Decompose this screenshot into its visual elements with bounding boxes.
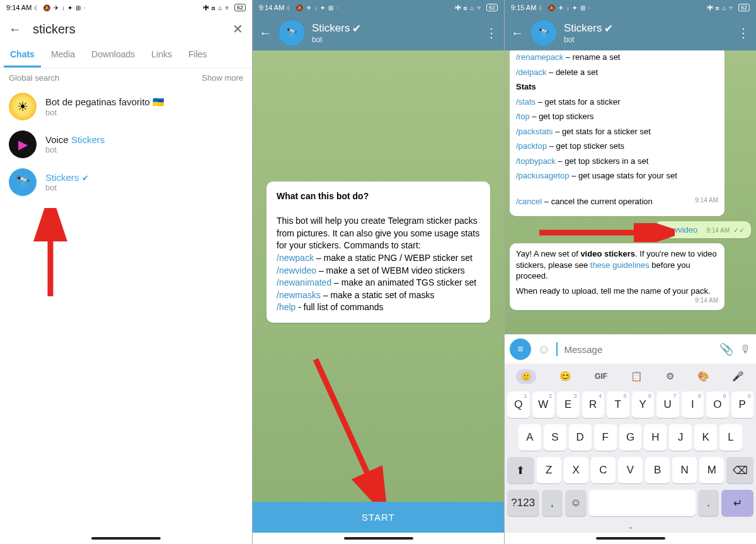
kbd-theme-icon[interactable]: 🎨 xyxy=(697,371,709,382)
key-u[interactable]: U7 xyxy=(656,391,679,418)
cmd-link[interactable]: /stats xyxy=(516,97,536,107)
menu-button[interactable]: ≡ xyxy=(510,339,531,360)
cmd-link[interactable]: /newmasks xyxy=(277,290,321,300)
screen-search: 9:14 AM ☾ 🔕 ✈ ↓ ✦ ⊞ · ✱ ⊠ ⌂ ᯤ 62 ← ✕ Cha… xyxy=(0,0,252,544)
back-icon[interactable]: ← xyxy=(9,22,21,37)
chat-header: ← 🔭 Stickers ✔ bot ⋮ xyxy=(253,15,504,50)
search-input[interactable] xyxy=(33,22,221,37)
avatar[interactable]: 🔭 xyxy=(531,20,556,45)
back-icon[interactable]: ← xyxy=(259,26,272,40)
cmd-link[interactable]: /newvideo xyxy=(277,265,316,275)
tab-media[interactable]: Media xyxy=(45,43,81,67)
clock: 9:15 AM xyxy=(511,4,536,11)
key-f[interactable]: F xyxy=(594,424,617,451)
start-button[interactable]: START xyxy=(253,502,504,533)
key-n[interactable]: N xyxy=(672,457,697,483)
svg-line-1 xyxy=(316,359,379,498)
key-r[interactable]: R4 xyxy=(582,391,605,418)
cmd-link[interactable]: /packtop xyxy=(516,141,547,151)
cmd-link[interactable]: /renamepack xyxy=(516,52,563,62)
key-o[interactable]: O9 xyxy=(706,391,729,418)
key-shift[interactable]: ⬆ xyxy=(507,457,534,483)
kbd-voice-icon[interactable]: 🎤 xyxy=(732,371,744,382)
key-m[interactable]: M xyxy=(699,457,724,483)
kbd-stickers-icon[interactable]: 🙂 xyxy=(516,369,536,384)
avatar[interactable]: 🔭 xyxy=(279,20,304,45)
chat-body[interactable]: /renamepack – rename a set /delpack – de… xyxy=(505,50,756,334)
key-v[interactable]: V xyxy=(618,457,643,483)
key-p[interactable]: P0 xyxy=(731,391,754,418)
annotation-arrow xyxy=(309,353,398,502)
nav-bar[interactable] xyxy=(505,533,756,544)
cmd-link[interactable]: /top xyxy=(516,112,530,121)
mic-icon[interactable]: 🎙 xyxy=(740,343,751,356)
back-icon[interactable]: ← xyxy=(511,26,524,40)
kbd-sticker-icon[interactable]: 😊 xyxy=(559,371,571,382)
cmd-link[interactable]: /packusagetop xyxy=(516,171,570,180)
message-input-bar: ≡ ☺ 📎 🎙 xyxy=(505,334,756,364)
key-emoji[interactable]: ☺ xyxy=(565,490,587,516)
key-b[interactable]: B xyxy=(645,457,670,483)
key-l[interactable]: L xyxy=(719,424,742,451)
verified-icon: ✔ xyxy=(604,22,613,35)
key-y[interactable]: Y6 xyxy=(632,391,655,418)
message-input[interactable] xyxy=(564,344,713,355)
tab-downloads[interactable]: Downloads xyxy=(85,43,141,67)
tab-files[interactable]: Files xyxy=(182,43,214,67)
key-i[interactable]: I8 xyxy=(682,391,704,418)
message-incoming[interactable]: Yay! A new set of video stickers. If you… xyxy=(510,243,724,310)
chat-title-block[interactable]: Stickers ✔ bot xyxy=(312,22,478,44)
key-x[interactable]: X xyxy=(564,457,588,483)
keyboard-collapse-icon[interactable]: ⌄ xyxy=(505,520,756,533)
key-period[interactable]: . xyxy=(698,490,719,516)
key-backspace[interactable]: ⌫ xyxy=(726,457,753,483)
key-c[interactable]: C xyxy=(591,457,616,483)
key-t[interactable]: T5 xyxy=(607,391,629,418)
verified-icon: ✔ xyxy=(352,22,361,35)
message-outgoing[interactable]: /newvideo 9:14 AM ✓✓ xyxy=(655,221,751,238)
kbd-clipboard-icon[interactable]: 📋 xyxy=(631,371,643,382)
cmd-link[interactable]: /help xyxy=(277,302,295,312)
tab-chats[interactable]: Chats xyxy=(4,43,41,67)
emoji-icon[interactable]: ☺ xyxy=(537,342,550,357)
key-comma[interactable]: , xyxy=(542,490,563,516)
message-incoming[interactable]: /renamepack – rename a set /delpack – de… xyxy=(510,50,724,216)
key-s[interactable]: S xyxy=(544,424,566,451)
key-d[interactable]: D xyxy=(569,424,592,451)
cmd-link[interactable]: /newpack xyxy=(277,253,314,263)
kbd-settings-icon[interactable]: ⚙ xyxy=(666,371,674,382)
nav-bar[interactable] xyxy=(0,533,252,544)
key-w[interactable]: W2 xyxy=(532,391,555,418)
annotation-arrow xyxy=(536,223,675,242)
more-icon[interactable]: ⋮ xyxy=(485,25,498,40)
cmd-link[interactable]: /topbypack xyxy=(516,156,556,166)
show-more-link[interactable]: Show more xyxy=(202,73,243,83)
search-result-stickers-bot[interactable]: 🔭 Stickers ✔ bot xyxy=(0,163,252,201)
key-k[interactable]: K xyxy=(694,424,717,451)
key-enter[interactable]: ↵ xyxy=(721,490,753,516)
more-icon[interactable]: ⋮ xyxy=(737,25,750,40)
kbd-gif-icon[interactable]: GIF xyxy=(595,372,607,381)
nav-bar[interactable] xyxy=(253,533,504,544)
cmd-link[interactable]: /delpack xyxy=(516,67,546,77)
cmd-link[interactable]: /cancel xyxy=(516,197,542,206)
cmd-link[interactable]: /newvideo xyxy=(661,225,698,234)
guidelines-link[interactable]: these guidelines xyxy=(590,260,650,270)
key-space[interactable] xyxy=(589,490,696,516)
attach-icon[interactable]: 📎 xyxy=(719,342,733,356)
key-j[interactable]: J xyxy=(669,424,692,451)
cmd-link[interactable]: /newanimated xyxy=(277,277,331,287)
key-e[interactable]: E3 xyxy=(557,391,580,418)
cmd-link[interactable]: /packstats xyxy=(516,127,553,136)
key-g[interactable]: G xyxy=(619,424,642,451)
search-result[interactable]: ▶ Voice Stickers bot xyxy=(0,125,252,163)
search-result[interactable]: ☀ Bot de pegatinas favorito 🇺🇦 bot xyxy=(0,88,252,125)
key-a[interactable]: A xyxy=(518,424,541,451)
clear-icon[interactable]: ✕ xyxy=(232,21,243,37)
key-z[interactable]: Z xyxy=(537,457,561,483)
key-h[interactable]: H xyxy=(644,424,667,451)
chat-title-block[interactable]: Stickers ✔ bot xyxy=(564,22,730,44)
key-q[interactable]: Q1 xyxy=(507,391,530,418)
tab-links[interactable]: Links xyxy=(145,43,178,67)
key-symbols[interactable]: ?123 xyxy=(507,490,539,516)
